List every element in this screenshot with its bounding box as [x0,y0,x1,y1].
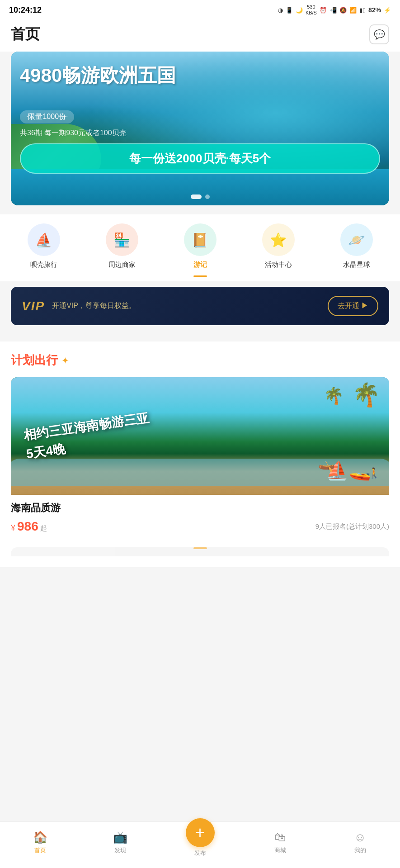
status-icons: ◑ 📱 🌙 530KB/S ⏰ 📲 🔕 📶 ▮▯ 82% ⚡ [278,4,391,16]
price-amount: 986 [17,519,38,534]
travel-card-bottom: ¥ 986 起 9人已报名(总计划300人) [11,519,389,534]
section-title: 计划出行 [11,352,58,368]
travel-card-name: 海南品质游 [11,501,389,515]
shop-icon: 🛍 [274,830,286,844]
status-time: 10:24:12 [9,5,42,15]
status-bar: 10:24:12 ◑ 📱 🌙 530KB/S ⏰ 📲 🔕 📶 ▮▯ 82% ⚡ [0,0,400,20]
travel-card-hainan[interactable]: ⛵🚤 🛶 相约三亚海南畅游三亚 5天4晚 🌴 🌴 🚶 海南品质游 ¥ [11,377,389,540]
next-card-hint [11,547,389,556]
bottom-nav-shop[interactable]: 🛍 商城 [240,830,320,854]
crystal-planet-icon: 🪐 [340,223,373,256]
wifi-icon: 📶 [349,7,357,14]
charging-icon: ⚡ [384,7,391,14]
spacer [0,334,400,342]
vip-banner[interactable]: VIP 开通VIP，尊享每日权益。 去开通 ▶ [11,287,389,325]
section-header: 计划出行 ✦ [11,352,389,368]
banner-limit-badge: ·限量1000份· [20,110,74,123]
nav-item-travel-notes[interactable]: 📔 游记 [184,223,216,277]
page-header: 首页 💬 [0,20,400,52]
travel-notes-icon: 📔 [184,223,216,256]
travel-img-text-line2: 5天4晚 [25,441,66,461]
bell-icon: 🔕 [339,7,347,14]
vip-label: VIP [22,299,45,313]
banner-subtitle: 共36期 每一期930元或者100贝壳 [20,128,127,138]
nav-item-activity-center[interactable]: ⭐ 活动中心 [262,223,295,277]
plan-section: 计划出行 ✦ ⛵🚤 🛶 相约三亚海南畅游三亚 5天4晚 🌴 🌴 [0,342,400,567]
speed-text: 530KB/S [306,4,317,16]
phone-icon: 📱 [286,7,293,14]
discover-label: 发现 [114,846,126,854]
hero-banner[interactable]: 4980畅游欧洲五国 ·限量1000份· 共36期 每一期930元或者100贝壳… [11,52,389,205]
signal-icon: ▮▯ [359,7,366,14]
publish-icon: + [195,825,205,841]
nearby-merchant-icon: 🏪 [106,223,138,256]
activity-center-label: 活动中心 [265,261,292,269]
travel-card-price: ¥ 986 起 [11,519,47,534]
chat-icon: 💬 [374,29,385,40]
activity-center-icon: ⭐ [262,223,295,256]
home-icon: 🏠 [33,830,47,844]
beike-travel-label: 呗壳旅行 [30,261,57,269]
beike-travel-icon: ⛵ [28,223,60,256]
banner-title: 4980畅游欧洲五国 [20,65,380,86]
moon-icon: 🌙 [296,7,303,14]
bottom-nav-discover[interactable]: 📺 发现 [80,830,160,854]
crystal-planet-label: 水晶星球 [343,261,370,269]
banner-dots [191,194,210,199]
banner-water-decoration [11,169,389,205]
vip-activate-button[interactable]: 去开通 ▶ [328,296,378,316]
mine-label: 我的 [354,846,366,854]
battery-level: 82% [368,6,381,14]
half-circle-icon: ◑ [278,7,283,14]
vip-btn-label: 去开通 ▶ [338,301,368,311]
nearby-merchant-label: 周边商家 [108,261,136,269]
chat-button[interactable]: 💬 [369,24,389,44]
banner-dot-1[interactable] [191,194,202,199]
nav-item-beike-travel[interactable]: ⛵ 呗壳旅行 [28,223,60,277]
bottom-nav: 🏠 首页 📺 发现 + 发布 🛍 商城 ☺ 我的 [0,821,400,868]
home-label: 首页 [34,846,46,854]
bottom-nav-mine[interactable]: ☺ 我的 [320,830,400,854]
quick-nav: ⛵ 呗壳旅行 🏪 周边商家 📔 游记 ⭐ 活动中心 🪐 水晶星球 [0,214,400,281]
travel-signup-count: 9人已报名(总计划300人) [315,522,389,531]
nav-item-nearby-merchant[interactable]: 🏪 周边商家 [106,223,138,277]
discover-icon: 📺 [113,830,127,844]
section-star: ✦ [61,355,69,366]
mobile-icon: 📲 [329,7,337,14]
mine-icon: ☺ [354,830,366,844]
alarm-icon: ⏰ [320,7,327,14]
travel-card-image: ⛵🚤 🛶 相约三亚海南畅游三亚 5天4晚 🌴 🌴 🚶 [11,377,389,495]
nav-item-crystal-planet[interactable]: 🪐 水晶星球 [340,223,373,277]
shop-label: 商城 [274,846,286,854]
banner-dot-2[interactable] [205,194,210,199]
banner-promo: 每一份送2000贝壳·每天5个 [20,143,380,174]
vip-desc: 开通VIP，尊享每日权益。 [52,301,136,311]
price-symbol: ¥ [11,523,15,533]
page-title: 首页 [11,24,40,44]
bottom-nav-publish[interactable]: + 发布 [160,827,240,857]
price-suffix: 起 [40,524,47,533]
publish-label: 发布 [194,849,206,857]
travel-notes-label: 游记 [193,261,207,269]
travel-notes-underline [193,275,207,277]
publish-button[interactable]: + [186,818,215,847]
bottom-nav-home[interactable]: 🏠 首页 [0,830,80,854]
vip-left: VIP 开通VIP，尊享每日权益。 [22,299,136,313]
travel-card-info: 海南品质游 ¥ 986 起 9人已报名(总计划300人) [11,495,389,540]
